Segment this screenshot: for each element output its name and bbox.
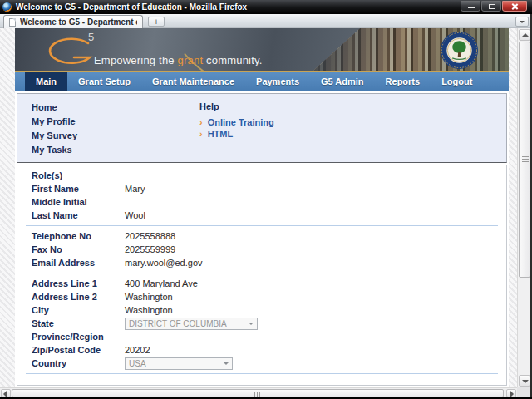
window-controls <box>461 1 527 12</box>
arrow-up-icon <box>522 33 529 37</box>
field-label: Province/Region <box>32 332 125 342</box>
field-value: Mary <box>125 184 145 194</box>
section-separator <box>26 273 498 273</box>
form-row-province: Province/Region <box>17 330 506 343</box>
horizontal-scroll-thumb[interactable] <box>12 389 504 397</box>
section-separator <box>26 373 498 374</box>
page-viewport: 5 Empowering the grant community. Main G… <box>0 28 532 387</box>
education-seal-icon <box>440 31 479 70</box>
arrow-right-icon <box>510 391 514 397</box>
dropdown-arrow-icon <box>224 362 229 367</box>
window-title: Welcome to G5 - Department of Education … <box>16 2 247 12</box>
menu-link-my-tasks[interactable]: My Tasks <box>32 143 77 157</box>
field-value: Wool <box>125 210 145 220</box>
nav-item-main[interactable]: Main <box>25 72 67 91</box>
help-title: Help <box>200 101 274 113</box>
firefox-icon <box>2 2 12 12</box>
form-row-city: City Washington <box>17 303 506 317</box>
vertical-scroll-thumb[interactable] <box>519 42 530 278</box>
vertical-scrollbar[interactable] <box>517 28 530 387</box>
minimize-icon <box>468 7 475 8</box>
menu-link-my-profile[interactable]: My Profile <box>32 115 77 129</box>
tab-list-button[interactable] <box>515 17 529 27</box>
scrollbar-corner <box>517 387 530 397</box>
country-select[interactable]: USA <box>125 357 233 370</box>
form-row-zip: Zip/Postal Code 20202 <box>17 343 506 357</box>
arrow-left-icon <box>3 391 7 397</box>
menu-panel: Home My Profile My Survey My Tasks Help … <box>17 93 507 163</box>
close-icon <box>511 2 519 10</box>
nav-item-logout[interactable]: Logout <box>431 72 483 91</box>
form-row-last-name: Last Name Wool <box>17 209 506 222</box>
page-content: 5 Empowering the grant community. Main G… <box>15 28 509 387</box>
field-label: Country <box>32 358 125 368</box>
field-label: Fax No <box>32 244 125 254</box>
form-row-address-2: Address Line 2 Washington <box>17 290 506 303</box>
field-label: Telephone No <box>32 231 125 241</box>
help-section: Help › Online Training › HTML <box>200 101 274 140</box>
form-row-roles: Role(s) <box>17 169 506 182</box>
nav-item-grant-maintenance[interactable]: Grant Maintenance <box>141 72 245 91</box>
page-icon <box>9 18 16 27</box>
main-nav: Main Grant Setup Grant Maintenance Payme… <box>15 72 509 91</box>
field-label: Email Address <box>32 258 125 268</box>
tagline: Empowering the grant community. <box>94 54 263 66</box>
window-titlebar: Welcome to G5 - Department of Education … <box>0 0 532 14</box>
minimize-button[interactable] <box>461 1 480 12</box>
menu-link-my-survey[interactable]: My Survey <box>32 129 77 143</box>
scroll-grip-icon <box>522 156 529 163</box>
form-row-state: State DISTRICT OF COLUMBIA <box>17 317 506 330</box>
nav-item-g5-admin[interactable]: G5 Admin <box>310 72 375 91</box>
nav-item-grant-setup[interactable]: Grant Setup <box>67 72 141 91</box>
page-header-banner: 5 Empowering the grant community. <box>15 28 509 72</box>
field-value: 400 Maryland Ave <box>125 278 198 288</box>
scroll-left-button[interactable] <box>1 389 11 397</box>
form-row-email: Email Address mary.wool@ed.gov <box>17 256 506 269</box>
field-label: Address Line 1 <box>32 278 125 288</box>
maximize-icon <box>489 4 495 9</box>
field-label: Zip/Postal Code <box>32 345 125 355</box>
horizontal-scrollbar[interactable] <box>0 387 517 397</box>
field-label: Address Line 2 <box>32 292 125 302</box>
form-row-telephone: Telephone No 2025558888 <box>17 229 506 243</box>
scroll-down-button[interactable] <box>519 375 530 387</box>
help-link-html[interactable]: › HTML <box>200 128 274 140</box>
form-row-middle-initial: Middle Initial <box>17 195 506 209</box>
form-row-fax: Fax No 2025559999 <box>17 243 506 256</box>
field-label: Last Name <box>32 210 125 220</box>
field-value: 20202 <box>125 345 150 355</box>
form-row-country: Country USA <box>17 357 506 370</box>
g5-logo-number: 5 <box>88 31 95 43</box>
field-value: Washington <box>125 305 173 315</box>
chevron-right-icon: › <box>200 116 203 128</box>
form-row-first-name: First Name Mary <box>17 182 506 195</box>
field-label: City <box>32 305 125 315</box>
field-value: Washington <box>125 292 173 302</box>
field-label: State <box>32 318 125 328</box>
chevron-right-icon: › <box>200 128 203 140</box>
form-row-address-1: Address Line 1 400 Maryland Ave <box>17 277 506 290</box>
close-button[interactable] <box>502 1 527 12</box>
field-label: Middle Initial <box>32 197 125 207</box>
scroll-right-button[interactable] <box>506 389 516 397</box>
dropdown-arrow-icon <box>249 323 254 328</box>
maximize-button[interactable] <box>481 1 501 12</box>
help-link-online-training[interactable]: › Online Training <box>200 116 274 128</box>
menu-link-home[interactable]: Home <box>32 101 77 115</box>
field-label: First Name <box>32 184 125 194</box>
menu-links: Home My Profile My Survey My Tasks <box>32 101 77 157</box>
field-value: 2025558888 <box>125 231 175 241</box>
tagline-highlight: grant <box>178 54 204 66</box>
scroll-up-button[interactable] <box>519 29 530 41</box>
browser-window: Welcome to G5 - Department of Education … <box>0 0 532 399</box>
browser-tab[interactable]: Welcome to G5 - Department of Edu... <box>3 15 143 28</box>
new-tab-button[interactable]: + <box>148 17 165 27</box>
field-value: mary.wool@ed.gov <box>125 258 203 268</box>
nav-item-reports[interactable]: Reports <box>375 72 431 91</box>
nav-item-payments[interactable]: Payments <box>245 72 310 91</box>
field-label: Role(s) <box>32 170 125 180</box>
tab-title: Welcome to G5 - Department of Edu... <box>20 17 137 27</box>
state-select[interactable]: DISTRICT OF COLUMBIA <box>125 318 258 330</box>
arrow-down-icon <box>522 380 529 383</box>
section-separator <box>26 225 498 226</box>
